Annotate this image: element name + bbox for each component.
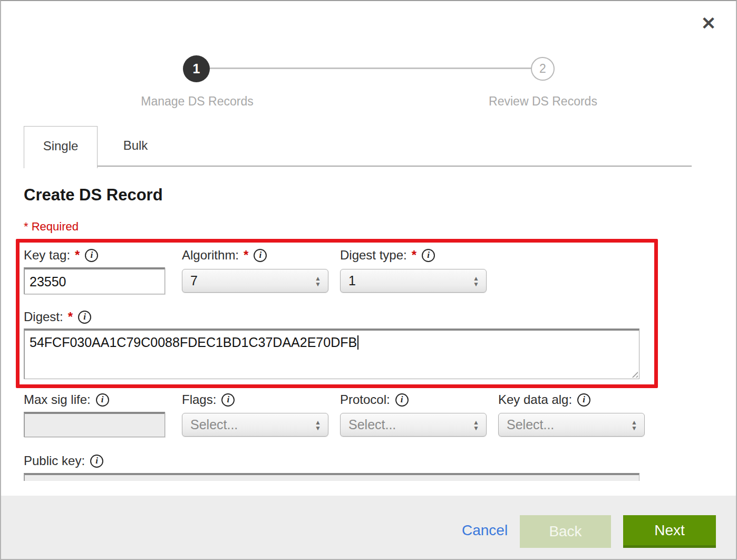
key-data-alg-value: Select... — [507, 417, 554, 432]
select-arrows-icon: ▲▼ — [315, 275, 321, 286]
info-icon[interactable]: i — [78, 311, 91, 324]
key-data-alg-label: Key data alg: i — [498, 392, 590, 408]
key-tag-label: Key tag: * i — [24, 247, 98, 263]
select-arrows-icon: ▲▼ — [631, 419, 637, 430]
select-arrows-icon: ▲▼ — [473, 419, 479, 430]
create-ds-record-modal: ✕ 1 2 Manage DS Records Review DS Record… — [0, 0, 737, 560]
flags-value: Select... — [190, 417, 238, 432]
info-icon[interactable]: i — [577, 393, 590, 407]
step-1-label: Manage DS Records — [92, 94, 303, 109]
digest-type-value: 1 — [348, 273, 356, 288]
step-1-circle: 1 — [183, 55, 210, 82]
flags-label-text: Flags: — [182, 392, 216, 407]
text-caret — [357, 335, 358, 350]
algorithm-select[interactable]: 7 ▲▼ — [182, 269, 328, 293]
tab-bulk[interactable]: Bulk — [98, 126, 173, 166]
public-key-label-text: Public key: — [24, 453, 85, 468]
algorithm-label-text: Algorithm: — [182, 248, 239, 263]
key-tag-label-text: Key tag: — [24, 248, 70, 263]
required-star: * — [411, 248, 416, 263]
flags-select[interactable]: Select... ▲▼ — [182, 413, 328, 437]
digest-label-text: Digest: — [24, 310, 63, 324]
info-icon[interactable]: i — [90, 455, 103, 468]
info-icon[interactable]: i — [221, 393, 235, 407]
algorithm-label: Algorithm: * i — [182, 247, 267, 263]
flags-label: Flags: i — [182, 392, 235, 408]
public-key-label: Public key: i — [24, 453, 103, 469]
protocol-value: Select... — [348, 417, 396, 432]
back-button[interactable]: Back — [520, 515, 611, 548]
step-2-circle: 2 — [531, 57, 555, 81]
key-data-alg-label-text: Key data alg: — [498, 392, 572, 407]
close-icon[interactable]: ✕ — [698, 13, 719, 34]
digest-textarea[interactable]: 54FCF030AA1C79C0088FDEC1BD1C37DAA2E70DFB — [24, 329, 639, 379]
info-icon[interactable]: i — [254, 249, 267, 262]
page-title: Create DS Record — [24, 186, 163, 205]
tab-bar: Single Bulk — [24, 126, 692, 167]
key-tag-value: 23550 — [30, 274, 66, 289]
next-button[interactable]: Next — [623, 515, 716, 548]
required-note: * Required — [24, 220, 79, 234]
info-icon[interactable]: i — [85, 249, 98, 262]
required-star: * — [243, 248, 248, 263]
digest-label: Digest: * i — [24, 309, 91, 325]
public-key-textarea[interactable] — [24, 473, 639, 481]
protocol-label-text: Protocol: — [340, 392, 390, 407]
protocol-select[interactable]: Select... ▲▼ — [340, 413, 487, 437]
max-sig-life-input[interactable] — [24, 412, 165, 437]
info-icon[interactable]: i — [96, 393, 109, 407]
digest-value: 54FCF030AA1C79C0088FDEC1BD1C37DAA2E70DFB — [30, 335, 357, 350]
digest-type-label-text: Digest type: — [340, 248, 407, 263]
resize-handle-icon[interactable] — [630, 370, 638, 378]
key-data-alg-select[interactable]: Select... ▲▼ — [498, 413, 645, 437]
modal-footer: Cancel Back Next — [1, 496, 736, 559]
cancel-link[interactable]: Cancel — [462, 522, 508, 539]
tab-single[interactable]: Single — [24, 126, 98, 168]
algorithm-value: 7 — [190, 273, 198, 288]
select-arrows-icon: ▲▼ — [315, 419, 321, 430]
max-sig-life-label-text: Max sig life: — [24, 392, 91, 407]
digest-type-select[interactable]: 1 ▲▼ — [340, 269, 487, 293]
stepper-connector-line — [210, 67, 532, 69]
info-icon[interactable]: i — [422, 249, 435, 262]
key-tag-input[interactable]: 23550 — [24, 267, 165, 294]
digest-type-label: Digest type: * i — [340, 247, 435, 263]
required-star: * — [67, 310, 73, 324]
step-2-label: Review DS Records — [438, 94, 648, 109]
info-icon[interactable]: i — [395, 393, 409, 407]
protocol-label: Protocol: i — [340, 392, 409, 408]
select-arrows-icon: ▲▼ — [473, 275, 479, 286]
max-sig-life-label: Max sig life: i — [24, 392, 109, 408]
required-star: * — [74, 248, 80, 263]
